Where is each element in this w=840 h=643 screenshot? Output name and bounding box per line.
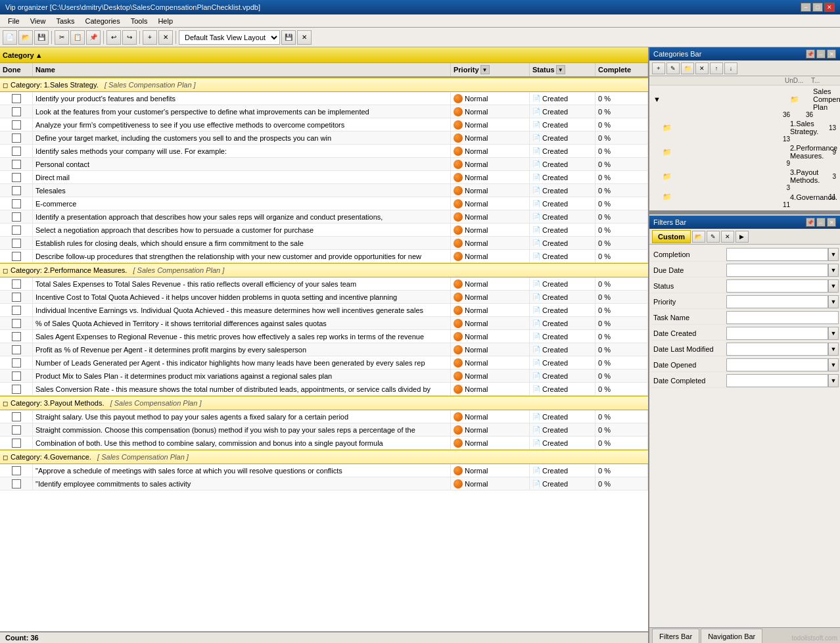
filters-bar-close[interactable]: ✕ (827, 218, 836, 227)
task-row[interactable]: Identify sales methods your company will… (0, 145, 648, 158)
tab-filters-bar[interactable]: Filters Bar (652, 629, 699, 643)
cats-child-item-2[interactable]: 📁 3.Payout Methods. 3 3 (651, 168, 839, 192)
filter-value-2[interactable] (726, 279, 828, 293)
task-checkbox[interactable] (12, 133, 21, 143)
task-checkbox[interactable] (12, 120, 21, 130)
filter-value-5[interactable] (726, 327, 828, 340)
cat-toggle-icon[interactable]: ◻ (3, 82, 8, 89)
task-checkbox[interactable] (12, 199, 21, 208)
task-row[interactable]: Straight commission. Choose this compens… (0, 423, 648, 437)
task-row[interactable]: E-commerce Normal 📄 Created 0 % (0, 197, 648, 210)
toolbar-undo[interactable]: ↩ (106, 30, 121, 45)
task-checkbox[interactable] (12, 466, 21, 475)
cats-edit-btn[interactable]: ✎ (666, 62, 680, 74)
task-row[interactable]: Telesales Normal 📄 Created 0 % (0, 184, 648, 197)
filter-value-6[interactable] (726, 343, 828, 356)
cat-toggle-icon[interactable]: ◻ (3, 267, 8, 274)
task-checkbox[interactable] (12, 226, 21, 235)
task-row[interactable]: "Approve a schedule of meetings with sal… (0, 464, 648, 477)
filter-value-0[interactable] (726, 248, 828, 261)
task-row[interactable]: Define your target market, including the… (0, 131, 648, 145)
menu-help[interactable]: Help (152, 16, 178, 26)
cats-up-btn[interactable]: ↑ (710, 62, 723, 74)
cats-delete-btn[interactable]: ✕ (695, 62, 709, 74)
category-sort-header[interactable]: Category ▲ (0, 47, 648, 63)
filter-dropdown-arrow-8[interactable]: ▼ (828, 374, 839, 387)
filter-dropdown-arrow-6[interactable]: ▼ (828, 343, 839, 356)
task-checkbox[interactable] (12, 358, 21, 368)
task-checkbox[interactable] (12, 212, 21, 222)
toolbar-layout-save[interactable]: 💾 (281, 30, 296, 45)
toolbar-add-task[interactable]: + (143, 30, 157, 45)
cat-group-header-0[interactable]: ◻Category: 1.Sales Strategy. [ Sales Com… (0, 78, 648, 92)
task-checkbox[interactable] (12, 107, 21, 116)
task-checkbox[interactable] (12, 306, 21, 315)
task-row[interactable]: Describe follow-up procedures that stren… (0, 250, 648, 263)
toolbar-save[interactable]: 💾 (34, 30, 49, 45)
filters-bar-pin[interactable]: 📌 (806, 218, 815, 227)
cat-toggle-icon[interactable]: ◻ (3, 454, 8, 461)
task-checkbox[interactable] (12, 279, 21, 289)
cats-child-item-1[interactable]: 📁 2.Performance Measures. 9 9 (651, 143, 839, 168)
task-row[interactable]: Select a negotiation approach that descr… (0, 224, 648, 237)
filter-value-8[interactable] (726, 374, 828, 387)
task-checkbox[interactable] (12, 94, 21, 103)
filter-value-4[interactable] (726, 311, 839, 324)
filter-custom-btn[interactable]: Custom (652, 230, 691, 243)
cat-group-header-3[interactable]: ◻Category: 4.Governance. [ Sales Compens… (0, 450, 648, 464)
task-checkbox[interactable] (12, 371, 21, 381)
task-row[interactable]: Combination of both. Use this method to … (0, 437, 648, 450)
cats-bar-close[interactable]: ✕ (827, 49, 836, 59)
task-row[interactable]: Sales Conversion Rate - this measure sho… (0, 383, 648, 396)
toolbar-redo[interactable]: ↪ (122, 30, 137, 45)
task-row[interactable]: Identify your product's features and ben… (0, 92, 648, 105)
task-row[interactable]: Product Mix to Sales Plan - it determine… (0, 369, 648, 383)
toolbar-new[interactable]: 📄 (3, 30, 17, 45)
cat-group-header-1[interactable]: ◻Category: 2.Performance Measures. [ Sal… (0, 263, 648, 277)
task-checkbox[interactable] (12, 439, 21, 448)
cat-group-header-2[interactable]: ◻Category: 3.Payout Methods. [ Sales Com… (0, 396, 648, 410)
task-row[interactable]: Identify a presentation approach that de… (0, 210, 648, 224)
maximize-btn[interactable]: □ (812, 3, 823, 12)
task-row[interactable]: Incentive Cost to Total Quota Achieved -… (0, 291, 648, 304)
filter-dropdown-arrow-2[interactable]: ▼ (828, 279, 839, 293)
task-row[interactable]: Analyze your firm's competitiveness to s… (0, 118, 648, 131)
task-checkbox[interactable] (12, 425, 21, 435)
task-checkbox[interactable] (12, 239, 21, 248)
task-row[interactable]: Look at the features from your customer'… (0, 105, 648, 118)
task-row[interactable]: "Identify employee commitments to sales … (0, 477, 648, 490)
task-row[interactable]: Total Sales Expenses to Total Sales Reve… (0, 277, 648, 291)
task-checkbox[interactable] (12, 412, 21, 421)
task-row[interactable]: Direct mail Normal 📄 Created 0 % (0, 171, 648, 184)
th-priority[interactable]: Priority ▼ (451, 63, 530, 76)
task-row[interactable]: Number of Leads Generated per Agent - th… (0, 356, 648, 369)
filters-bar-min[interactable]: – (816, 218, 826, 227)
close-btn[interactable]: ✕ (824, 3, 835, 12)
cats-root-item[interactable]: ▼ 📁 Sales Compensation Plan 36 36 (651, 87, 839, 119)
task-checkbox[interactable] (12, 252, 21, 261)
menu-categories[interactable]: Categories (80, 16, 126, 26)
cats-child-item-0[interactable]: 📁 1.Sales Strategy. 13 13 (651, 119, 839, 143)
task-checkbox[interactable] (12, 160, 21, 169)
menu-view[interactable]: View (25, 16, 51, 26)
filter-value-7[interactable] (726, 358, 828, 371)
cats-folder-btn[interactable]: 📁 (681, 62, 694, 74)
filter-delete-btn[interactable]: ✕ (721, 231, 734, 243)
toolbar-layout-x[interactable]: ✕ (297, 30, 312, 45)
tab-navigation-bar[interactable]: Navigation Bar (701, 629, 762, 643)
filter-dropdown-arrow-1[interactable]: ▼ (828, 264, 839, 277)
toolbar-open[interactable]: 📂 (18, 30, 33, 45)
status-sort-btn[interactable]: ▼ (556, 65, 565, 74)
menu-tools[interactable]: Tools (126, 16, 153, 26)
task-row[interactable]: Establish rules for closing deals, which… (0, 237, 648, 250)
filter-more-btn[interactable]: ▶ (735, 231, 749, 243)
menu-tasks[interactable]: Tasks (51, 16, 80, 26)
filter-value-1[interactable] (726, 264, 828, 277)
task-checkbox[interactable] (12, 332, 21, 341)
cats-add-btn[interactable]: + (652, 62, 665, 74)
filter-dropdown-arrow-7[interactable]: ▼ (828, 358, 839, 371)
cats-child-item-3[interactable]: 📁 4.Governance. 11 11 (651, 192, 839, 209)
minimize-btn[interactable]: – (801, 3, 811, 12)
task-checkbox[interactable] (12, 147, 21, 156)
filter-edit-btn[interactable]: ✎ (707, 231, 720, 243)
